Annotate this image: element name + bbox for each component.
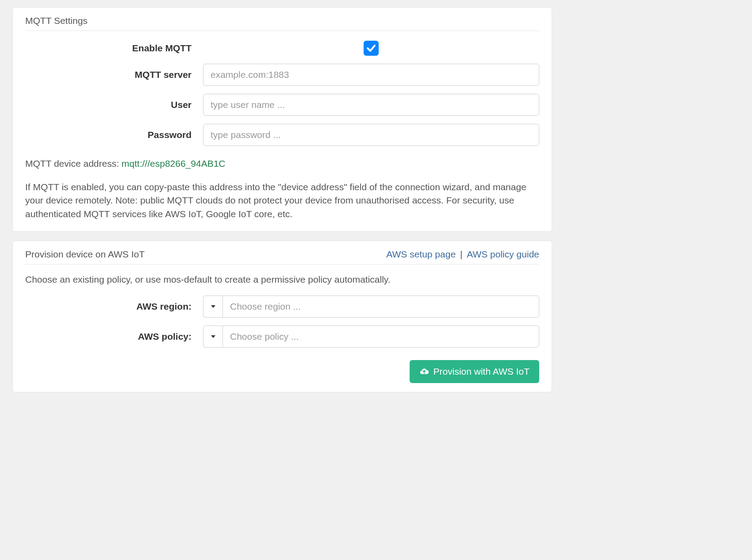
aws-policy-hint: Choose an existing policy, or use mos-de… [25,274,539,285]
aws-policy-dropdown-button[interactable] [203,326,223,348]
aws-panel-header: Provision device on AWS IoT AWS setup pa… [25,249,539,265]
mqtt-device-address-link[interactable]: mqtt:///esp8266_94AB1C [122,158,226,169]
mqtt-server-input[interactable] [203,64,539,86]
mqtt-password-label: Password [25,130,203,140]
cloud-upload-icon [419,367,429,376]
aws-region-input[interactable] [223,295,539,318]
aws-iot-panel: Provision device on AWS IoT AWS setup pa… [12,241,552,392]
check-icon [366,43,376,54]
link-separator: | [457,249,465,259]
mqtt-panel-header: MQTT Settings [25,15,539,31]
mqtt-user-input[interactable] [203,94,539,116]
mqtt-settings-panel: MQTT Settings Enable MQTT MQTT server Us… [12,7,552,232]
aws-region-label: AWS region: [25,301,203,312]
enable-mqtt-checkbox[interactable] [364,41,379,56]
provision-aws-iot-button[interactable]: Provision with AWS IoT [410,360,539,383]
mqtt-password-input[interactable] [203,124,539,146]
aws-policy-input[interactable] [223,326,539,348]
aws-policy-guide-link[interactable]: AWS policy guide [467,249,539,259]
provision-button-label: Provision with AWS IoT [434,366,529,377]
caret-down-icon [211,305,216,308]
mqtt-user-label: User [25,100,203,110]
aws-region-dropdown-button[interactable] [203,295,223,318]
aws-policy-label: AWS policy: [25,331,203,342]
caret-down-icon [211,335,216,338]
aws-setup-page-link[interactable]: AWS setup page [386,249,456,259]
mqtt-panel-title: MQTT Settings [25,15,88,26]
mqtt-server-label: MQTT server [25,69,203,80]
mqtt-device-address-line: MQTT device address: mqtt:///esp8266_94A… [25,158,539,169]
mqtt-device-address-prefix: MQTT device address: [25,158,122,169]
enable-mqtt-label: Enable MQTT [25,43,203,54]
aws-panel-title: Provision device on AWS IoT [25,249,145,260]
mqtt-help-text: If MQTT is enabled, you can copy-paste t… [25,180,539,221]
